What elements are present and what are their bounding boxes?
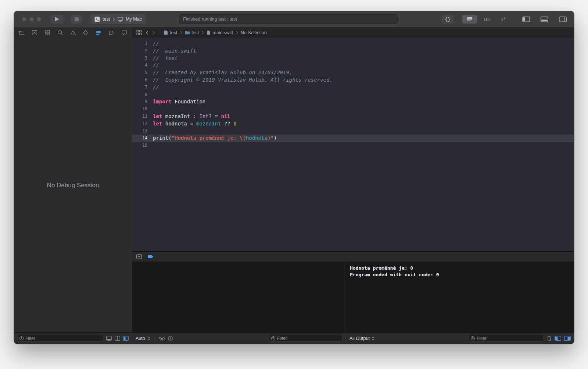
info-icon [168,336,173,341]
editor-mode-control [462,15,511,24]
breadcrumb-selection[interactable]: No Selection [241,30,267,35]
breadcrumb-file[interactable]: main.swift [207,30,233,35]
forward-button[interactable] [152,31,155,35]
output-scope-label: All Output [349,336,370,341]
variables-filter-input[interactable] [269,335,342,341]
filter-running-button[interactable] [106,336,112,341]
show-variables-view-button[interactable] [555,336,561,341]
source-control-navigator-button[interactable] [32,30,37,36]
stop-button[interactable] [71,15,82,24]
back-button[interactable] [146,31,148,35]
run-button[interactable] [51,15,63,24]
output-scope-menu[interactable]: All Output [349,336,375,341]
folder-icon [185,31,190,35]
line-number: 4 [132,62,152,69]
navigator-filter-field [17,335,103,342]
folder-icon [19,30,25,36]
my-mac-icon [118,17,123,22]
console-line: Program ended with exit code: 0 [350,272,570,278]
variables-filter-field [269,335,343,342]
breadcrumb-project[interactable]: test [164,30,177,35]
code-line[interactable]: 3// test [132,55,574,62]
breadcrumb-selection-label: No Selection [241,30,267,35]
breakpoint-navigator-button[interactable] [108,30,114,36]
jump-bar: test test main.swift No Selection [132,27,574,38]
breadcrumb-group[interactable]: test [185,30,199,35]
no-debug-session-text: No Debug Session [47,182,99,189]
find-navigator-button[interactable] [57,30,63,36]
code-line[interactable]: 13 [132,128,574,135]
code-line[interactable]: 4// [132,62,574,69]
diamond-icon [83,30,89,36]
warning-triangle-icon [70,30,76,36]
line-number: 11 [132,113,152,120]
console[interactable]: Hodnota proměnné je: 0Program ended with… [346,262,574,332]
standard-editor-button[interactable] [462,15,477,24]
navigator-filter-input[interactable] [18,335,103,341]
breadcrumb-file-label: main.swift [212,30,233,35]
chevron-separator-icon [236,31,238,35]
scheme-selector[interactable]: test My Mac [90,14,146,24]
code-line[interactable]: 15 [132,142,574,149]
report-navigator-button[interactable] [121,30,127,36]
scheme-device-label: My Mac [126,17,142,22]
chevron-separator-icon [180,31,182,35]
print-description-button[interactable] [168,336,173,341]
code-line[interactable]: 1// [132,40,574,47]
breadcrumb-project-label: test [170,30,177,35]
symbol-navigator-button[interactable] [44,30,50,36]
view-by-queue-button[interactable] [123,336,129,341]
chevron-separator-icon [201,31,204,35]
code-line[interactable]: 12let hodnota = moznaInt ?? 0 [132,120,574,128]
bottom-strip-icon [106,336,112,341]
clear-console-button[interactable] [547,336,552,341]
hide-debug-area-button[interactable] [136,254,142,259]
close-button[interactable] [22,17,26,21]
console-filter-field [469,335,544,342]
code-line[interactable]: 5// Created by Vratislav Holub on 24/03/… [132,69,574,77]
source-editor[interactable]: 1//2// main.swift3// test4//5// Created … [132,38,574,251]
minimize-button[interactable] [29,17,34,21]
activity-viewer: Finished running test : test [179,14,398,24]
debug-navigator-button[interactable] [96,30,101,36]
test-navigator-button[interactable] [83,30,89,36]
line-number: 6 [132,77,152,84]
navigator-toggle-button[interactable] [520,15,532,24]
trash-icon [547,336,552,341]
code-line[interactable]: 6// Copyright © 2019 Vratislav Holub. Al… [132,77,574,84]
text-lines-icon [467,17,473,21]
variables-view[interactable] [132,262,346,332]
filter-icon [19,336,24,341]
code-line[interactable]: 9import Foundation [132,98,574,106]
variables-bottom-bar: Auto | [132,332,346,344]
variables-scope-menu[interactable]: Auto [136,336,150,341]
related-items-button[interactable] [136,30,142,35]
zoom-button[interactable] [37,17,41,21]
issue-navigator-button[interactable] [70,30,76,36]
code-line[interactable]: 10 [132,106,574,113]
console-line: Hodnota proměnné je: 0 [350,265,570,272]
code-line[interactable]: 8 [132,91,574,99]
code-line[interactable]: 2// main.swift [132,47,574,55]
code-line[interactable]: 7// [132,84,574,91]
braces-icon: {} [445,17,451,22]
assistant-editor-button[interactable] [479,15,494,24]
linked-circles-icon [484,17,490,21]
code-line[interactable]: 14print("Hodnota proměnné je: \(hodnota)… [132,135,574,142]
code-snippets-button[interactable]: {} [442,15,453,24]
debug-area-toggle-button[interactable] [538,15,551,24]
code-line[interactable]: 11let moznaInt : Int? = nil [132,113,574,120]
collapse-chevron-icon [136,254,142,259]
show-console-view-button[interactable] [564,336,571,341]
console-filter-input[interactable] [469,335,544,341]
version-editor-button[interactable] [496,15,511,24]
project-navigator-button[interactable] [19,30,25,36]
line-number: 13 [132,128,152,135]
breakpoints-toggle-button[interactable] [147,255,154,259]
variables-scope-label: Auto [136,336,145,341]
toolbar: test My Mac Finished running test : test… [14,11,574,28]
console-output: Hodnota proměnné je: 0Program ended with… [350,265,570,278]
view-by-thread-button[interactable] [115,336,120,341]
inspector-toggle-button[interactable] [556,15,569,24]
quicklook-button[interactable] [159,336,165,340]
